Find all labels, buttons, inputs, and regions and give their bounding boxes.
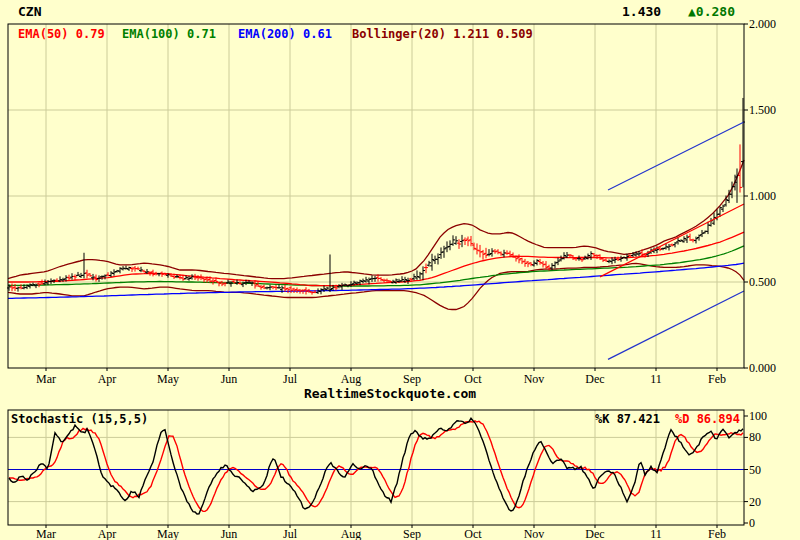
y-axis-label-price: 0.500 (749, 275, 776, 290)
y-axis-label-price: 1.500 (749, 103, 776, 118)
y-axis-label-price: 1.000 (749, 189, 776, 204)
x-axis-label-month: Sep (403, 372, 421, 387)
x-axis-label-month: Dec (585, 372, 604, 387)
price-change: ▲0.280 (688, 4, 735, 19)
stoch-x-axis-label-month: Jun (221, 527, 238, 540)
stochastic-k-line (9, 418, 743, 514)
legend-ema50: EMA(50) 0.79 (18, 27, 105, 41)
x-axis-label-month: Jul (283, 372, 297, 387)
x-axis-label-month: Oct (464, 372, 481, 387)
stoch-x-axis-label-month: Apr (98, 527, 117, 540)
legend-bollinger: Bollinger(20) 1.211 0.509 (352, 27, 533, 41)
ticker-symbol: CZN (18, 4, 41, 19)
stoch-x-axis-label-month: May (157, 527, 179, 540)
stoch-x-axis-label-month: Mar (36, 527, 56, 540)
ema200-line (8, 263, 744, 298)
stoch-x-axis-label-month: 11 (650, 527, 662, 540)
stoch-y-axis-label: 80 (749, 430, 761, 445)
stoch-y-axis-label: 0 (749, 516, 755, 531)
stoch-x-axis-label-month: Aug (341, 527, 362, 540)
stoch-x-axis-label-month: Dec (585, 527, 604, 540)
stoch-x-axis-label-month: Nov (524, 527, 545, 540)
stoch-x-axis-label-month: Jul (283, 527, 297, 540)
ema100-line (8, 246, 744, 286)
legend-ema100: EMA(100) 0.71 (122, 27, 216, 41)
stock-chart-page: CZN 1.430 ▲0.280 EMA(50) 0.79 EMA(100) 0… (0, 0, 800, 540)
x-axis-label-month: Aug (341, 372, 362, 387)
stoch-y-axis-label: 50 (749, 462, 761, 477)
x-axis-label-month: Feb (708, 372, 726, 387)
stoch-y-axis-label: 20 (749, 494, 761, 509)
last-price: 1.430 (622, 4, 661, 19)
stochastic-title: Stochastic (15,5,5) (11, 412, 148, 426)
x-axis-label-month: Apr (98, 372, 117, 387)
stochastic-d-line (9, 421, 743, 512)
stoch-y-axis-label: 100 (749, 409, 767, 424)
y-axis-label-price: 2.000 (749, 17, 776, 32)
stochastic-k-value: %K 87.421 (595, 412, 660, 426)
stoch-x-axis-label-month: Sep (403, 527, 421, 540)
stoch-x-axis-label-month: Oct (464, 527, 481, 540)
legend-ema200: EMA(200) 0.61 (238, 27, 332, 41)
y-axis-label-price: 0.000 (749, 361, 776, 376)
x-axis-label-month: Jun (221, 372, 238, 387)
stochastic-d-value: %D 86.894 (675, 412, 740, 426)
stoch-x-axis-label-month: Feb (708, 527, 726, 540)
x-axis-label-month: Nov (524, 372, 545, 387)
watermark: RealtimeStockquote.com (0, 386, 780, 401)
x-axis-label-month: 11 (650, 372, 662, 387)
x-axis-label-month: May (157, 372, 179, 387)
x-axis-label-month: Mar (36, 372, 56, 387)
chart-canvas (0, 0, 800, 540)
